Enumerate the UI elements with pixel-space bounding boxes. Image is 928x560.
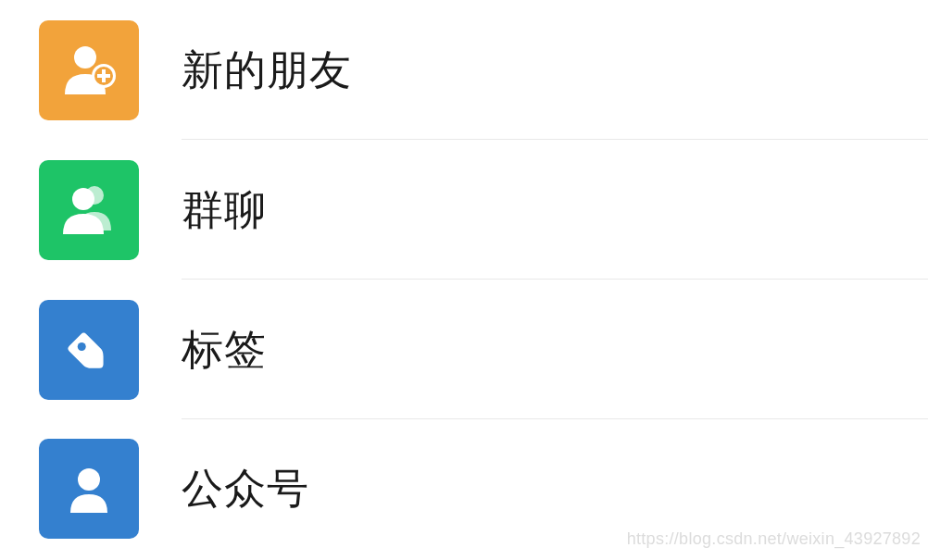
menu-item-label: 新的朋友	[182, 43, 352, 98]
menu-item-new-friends[interactable]: 新的朋友	[0, 0, 928, 140]
menu-item-group-chat[interactable]: 群聊	[0, 140, 928, 280]
svg-point-6	[72, 188, 94, 210]
menu-item-label: 公众号	[182, 461, 309, 516]
svg-rect-4	[97, 74, 110, 78]
official-account-icon	[39, 439, 139, 539]
add-friend-icon	[39, 20, 139, 120]
contacts-menu-list: 新的朋友 群聊 标签	[0, 0, 928, 558]
menu-item-label: 标签	[182, 322, 267, 378]
group-chat-icon	[39, 160, 139, 260]
svg-point-0	[74, 46, 96, 68]
menu-item-label: 群聊	[182, 182, 267, 238]
menu-item-tags[interactable]: 标签	[0, 280, 928, 419]
tag-icon	[39, 300, 139, 400]
watermark-text: https://blog.csdn.net/weixin_43927892	[627, 529, 921, 549]
svg-point-8	[78, 468, 100, 491]
